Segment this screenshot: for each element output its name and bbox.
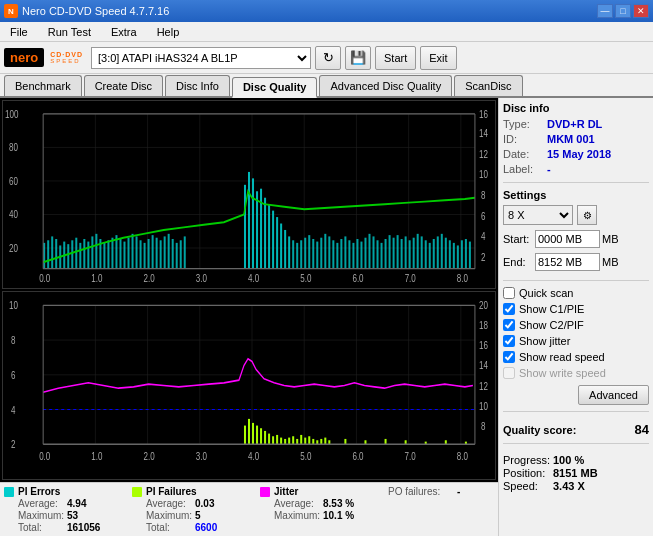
svg-text:100: 100 xyxy=(5,109,18,120)
svg-rect-101 xyxy=(356,239,358,269)
start-label: Start: xyxy=(503,233,533,245)
show-c2-pif-label[interactable]: Show C2/PIF xyxy=(519,319,584,331)
divider-2 xyxy=(503,280,649,281)
close-button[interactable]: ✕ xyxy=(633,4,649,18)
speed-select[interactable]: 8 X xyxy=(503,205,573,225)
svg-rect-176 xyxy=(272,436,274,444)
svg-rect-186 xyxy=(312,439,314,444)
pi-failures-title: PI Failures xyxy=(146,486,246,497)
svg-rect-103 xyxy=(364,238,366,269)
show-jitter-label[interactable]: Show jitter xyxy=(519,335,570,347)
svg-text:4.0: 4.0 xyxy=(248,450,259,462)
svg-rect-119 xyxy=(429,243,431,269)
start-button[interactable]: Start xyxy=(375,46,416,70)
menu-help[interactable]: Help xyxy=(151,24,186,40)
pi-failures-max-label: Maximum: xyxy=(146,510,191,521)
svg-rect-47 xyxy=(83,239,85,269)
svg-rect-117 xyxy=(421,236,423,268)
svg-text:4.0: 4.0 xyxy=(248,273,259,284)
po-failures-val: - xyxy=(457,486,460,497)
svg-rect-60 xyxy=(136,236,138,268)
svg-rect-90 xyxy=(312,239,314,269)
svg-rect-38 xyxy=(47,240,49,268)
svg-rect-53 xyxy=(107,240,109,268)
svg-rect-189 xyxy=(324,438,326,445)
show-write-speed-checkbox[interactable] xyxy=(503,367,515,379)
show-jitter-checkbox[interactable] xyxy=(503,335,515,347)
show-c1-pie-label[interactable]: Show C1/PIE xyxy=(519,303,584,315)
tab-create-disc[interactable]: Create Disc xyxy=(84,75,163,96)
svg-text:16: 16 xyxy=(479,339,488,351)
upper-chart: 100 80 60 40 20 16 14 12 10 8 6 4 2 0.0 xyxy=(2,100,496,289)
po-failures-label: PO failures: xyxy=(388,486,453,497)
drive-select[interactable]: [3:0] ATAPI iHAS324 A BL1P xyxy=(91,47,311,69)
exit-button[interactable]: Exit xyxy=(420,46,456,70)
pi-failures-avg-row: Average: 0.03 xyxy=(146,498,246,509)
settings-icon-btn[interactable]: ⚙ xyxy=(577,205,597,225)
divider-3 xyxy=(503,411,649,412)
svg-rect-118 xyxy=(425,240,427,268)
tab-benchmark[interactable]: Benchmark xyxy=(4,75,82,96)
show-c2-pif-checkbox[interactable] xyxy=(503,319,515,331)
show-read-speed-checkbox[interactable] xyxy=(503,351,515,363)
svg-text:6.0: 6.0 xyxy=(352,450,363,462)
quick-scan-label[interactable]: Quick scan xyxy=(519,287,573,299)
svg-rect-59 xyxy=(132,234,134,269)
nero-speed-text: SPEED xyxy=(50,58,83,64)
lower-chart-svg: 10 8 6 4 2 20 18 16 14 12 10 8 0.0 1.0 xyxy=(3,292,495,479)
menu-file[interactable]: File xyxy=(4,24,34,40)
svg-rect-174 xyxy=(264,431,266,444)
svg-rect-115 xyxy=(413,238,415,269)
charts-and-stats: 100 80 60 40 20 16 14 12 10 8 6 4 2 0.0 xyxy=(0,98,498,536)
disc-label-value: - xyxy=(547,163,551,175)
svg-rect-124 xyxy=(449,240,451,268)
svg-rect-98 xyxy=(344,236,346,268)
quality-score-value: 84 xyxy=(635,422,649,437)
start-input[interactable] xyxy=(535,230,600,248)
pi-errors-legend-dot xyxy=(4,487,14,497)
refresh-icon-btn[interactable]: ↻ xyxy=(315,46,341,70)
svg-text:10: 10 xyxy=(479,169,488,180)
svg-rect-61 xyxy=(140,240,142,268)
menu-extra[interactable]: Extra xyxy=(105,24,143,40)
maximize-button[interactable]: □ xyxy=(615,4,631,18)
svg-rect-175 xyxy=(268,434,270,445)
svg-text:10: 10 xyxy=(479,399,488,411)
save-icon-btn[interactable]: 💾 xyxy=(345,46,371,70)
po-failures-row: PO failures: - xyxy=(388,486,488,497)
svg-rect-122 xyxy=(441,234,443,269)
minimize-button[interactable]: — xyxy=(597,4,613,18)
end-mb-row: End: MB xyxy=(503,253,649,271)
jitter-title: Jitter xyxy=(274,486,374,497)
svg-rect-50 xyxy=(95,234,97,269)
quality-score-row: Quality score: 84 xyxy=(503,422,649,437)
nero-sub-text: CD·DVD xyxy=(50,51,83,58)
advanced-button[interactable]: Advanced xyxy=(578,385,649,405)
tab-disc-info[interactable]: Disc Info xyxy=(165,75,230,96)
show-read-speed-label[interactable]: Show read speed xyxy=(519,351,605,363)
nero-logo-area: nero CD·DVD SPEED xyxy=(4,48,83,67)
nero-logo: nero xyxy=(4,48,44,67)
svg-text:0.0: 0.0 xyxy=(39,450,50,462)
quick-scan-checkbox[interactable] xyxy=(503,287,515,299)
show-write-speed-row: Show write speed xyxy=(503,367,649,379)
progress-section: Progress: 100 % Position: 8151 MB Speed:… xyxy=(503,454,649,493)
tab-disc-quality[interactable]: Disc Quality xyxy=(232,77,318,98)
svg-text:1.0: 1.0 xyxy=(91,450,102,462)
svg-rect-99 xyxy=(348,240,350,268)
tab-advanced-disc-quality[interactable]: Advanced Disc Quality xyxy=(319,75,452,96)
end-input[interactable] xyxy=(535,253,600,271)
menu-run-test[interactable]: Run Test xyxy=(42,24,97,40)
show-c1-pie-checkbox[interactable] xyxy=(503,303,515,315)
svg-rect-172 xyxy=(256,426,258,445)
svg-rect-126 xyxy=(457,245,459,268)
svg-rect-49 xyxy=(91,236,93,268)
tab-scan-disc[interactable]: ScanDisc xyxy=(454,75,522,96)
svg-rect-44 xyxy=(71,240,73,268)
pi-failures-avg-label: Average: xyxy=(146,498,191,509)
svg-text:6: 6 xyxy=(481,211,485,222)
svg-rect-46 xyxy=(79,243,81,269)
svg-rect-113 xyxy=(405,236,407,268)
nero-logo-sub: CD·DVD SPEED xyxy=(50,51,83,64)
upper-chart-svg: 100 80 60 40 20 16 14 12 10 8 6 4 2 0.0 xyxy=(3,101,495,288)
